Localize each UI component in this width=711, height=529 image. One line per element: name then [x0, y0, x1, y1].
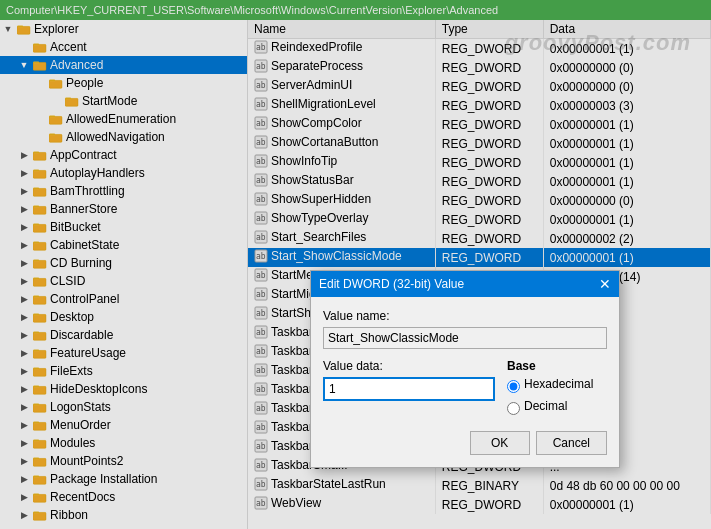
- edit-dword-dialog: Edit DWORD (32-bit) Value ✕ Value name: …: [310, 270, 620, 468]
- value-data-label: Value data:: [323, 359, 495, 373]
- decimal-radio[interactable]: [507, 402, 520, 415]
- dialog-body: Value name: Value data: Base Hexadecimal…: [311, 297, 619, 467]
- dialog-close-button[interactable]: ✕: [599, 277, 611, 291]
- dialog-titlebar: Edit DWORD (32-bit) Value ✕: [311, 271, 619, 297]
- hexadecimal-radio[interactable]: [507, 380, 520, 393]
- dialog-buttons: OK Cancel: [323, 431, 607, 455]
- base-label: Base: [507, 359, 607, 373]
- ok-button[interactable]: OK: [470, 431, 530, 455]
- dialog-input-row: Value data: Base Hexadecimal Decimal: [323, 359, 607, 421]
- cancel-button[interactable]: Cancel: [536, 431, 607, 455]
- hexadecimal-label: Hexadecimal: [524, 377, 593, 391]
- hexadecimal-radio-row: Hexadecimal: [507, 377, 607, 395]
- dialog-title: Edit DWORD (32-bit) Value: [319, 277, 464, 291]
- value-data-section: Value data:: [323, 359, 495, 421]
- value-name-input: [323, 327, 607, 349]
- base-section: Base Hexadecimal Decimal: [507, 359, 607, 421]
- dialog-overlay: Edit DWORD (32-bit) Value ✕ Value name: …: [0, 0, 711, 529]
- value-name-label: Value name:: [323, 309, 607, 323]
- value-data-input[interactable]: [323, 377, 495, 401]
- decimal-radio-row: Decimal: [507, 399, 607, 417]
- decimal-label: Decimal: [524, 399, 567, 413]
